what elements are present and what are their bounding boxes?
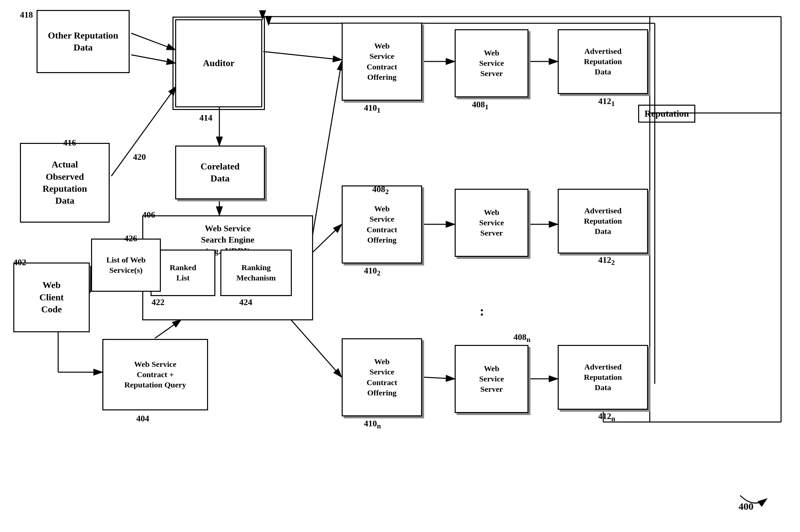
ref-416: 416 — [63, 138, 76, 148]
ranking-mechanism-label: RankingMechanism — [236, 263, 276, 283]
advertised-2-box: AdvertisedReputationData — [558, 189, 648, 253]
server-1-box: WebServiceServer — [455, 29, 529, 97]
advertised-n-label: AdvertisedReputationData — [584, 362, 622, 393]
advertised-1-label: AdvertisedReputationData — [584, 46, 622, 77]
offering-2-box: WebServiceContractOffering — [342, 185, 422, 264]
ref-4101: 4101 — [364, 103, 381, 115]
svg-text::: : — [480, 304, 484, 319]
corelated-data-label: CorelatedData — [201, 160, 240, 185]
contract-query-label: Web ServiceContract +Reputation Query — [124, 359, 186, 391]
ref-402: 402 — [13, 258, 26, 267]
ref-410n: 410n — [364, 419, 381, 430]
offering-n-label: WebServiceContractOffering — [367, 357, 397, 398]
server-n-label: WebServiceServer — [479, 363, 504, 395]
auditor-box: Auditor — [175, 19, 262, 107]
ref-404: 404 — [136, 414, 149, 424]
ranked-list-label: RankedList — [170, 263, 196, 283]
server-2-label: WebServiceServer — [479, 207, 504, 239]
diagram: : Other ReputationData 418 ActualObserve… — [0, 0, 800, 532]
advertised-1-box: AdvertisedReputationData — [558, 29, 648, 94]
svg-line-26 — [312, 224, 342, 252]
search-engine-box: Web ServiceSearch Engine(e.g., UDDI) Ran… — [142, 215, 313, 320]
offering-1-label: WebServiceContractOffering — [367, 41, 397, 82]
offering-1-box: WebServiceContractOffering — [342, 23, 422, 101]
ref-412n: 412n — [598, 411, 615, 423]
offering-2-label: WebServiceContractOffering — [367, 204, 397, 245]
web-client-code-box: WebClientCode — [13, 263, 90, 332]
svg-line-25 — [312, 61, 342, 236]
actual-observed-label: ActualObservedReputationData — [42, 158, 87, 207]
ref-4122: 4122 — [598, 255, 615, 267]
ref-406: 406 — [142, 210, 155, 220]
auditor-label: Auditor — [203, 57, 235, 69]
ref-408n: 408n — [514, 332, 531, 344]
actual-observed-box: ActualObservedReputationData — [20, 143, 110, 223]
server-2-box: WebServiceServer — [455, 189, 529, 257]
svg-line-30 — [291, 320, 342, 377]
svg-line-5 — [111, 87, 176, 176]
web-client-code-label: WebClientCode — [39, 279, 63, 315]
advertised-n-box: AdvertisedReputationData — [558, 345, 648, 410]
ref-424: 424 — [239, 298, 252, 307]
ref-422: 422 — [152, 298, 165, 307]
svg-line-6 — [263, 52, 342, 60]
figure-arrow — [734, 489, 774, 515]
ref-4102: 4102 — [364, 266, 381, 278]
server-1-label: WebServiceServer — [479, 48, 504, 79]
ref-414: 414 — [199, 113, 212, 123]
svg-line-3 — [131, 33, 175, 50]
ranking-mechanism-box: RankingMechanism — [221, 250, 292, 296]
server-n-box: WebServiceServer — [455, 345, 529, 413]
svg-line-21 — [155, 320, 181, 338]
reputation-label: Reputation — [638, 105, 695, 122]
other-reputation-box: Other ReputationData — [37, 10, 130, 73]
ref-4121: 4121 — [598, 96, 615, 108]
ref-418: 418 — [20, 10, 33, 20]
svg-line-17 — [90, 266, 91, 292]
other-reputation-label: Other ReputationData — [48, 30, 118, 54]
list-web-services-label: List of WebService(s) — [106, 255, 146, 276]
advertised-2-label: AdvertisedReputationData — [584, 206, 622, 237]
list-web-services-box: List of WebService(s) — [91, 239, 161, 292]
svg-line-4 — [131, 55, 175, 63]
ref-420: 420 — [133, 152, 146, 162]
svg-line-31 — [423, 377, 455, 379]
contract-query-box: Web ServiceContract +Reputation Query — [102, 339, 208, 411]
offering-n-box: WebServiceContractOffering — [342, 338, 422, 416]
ref-4082: 4082 — [372, 185, 389, 196]
ref-426: 426 — [124, 234, 137, 244]
corelated-data-box: CorelatedData — [175, 146, 265, 200]
ref-4081: 4081 — [472, 100, 489, 111]
